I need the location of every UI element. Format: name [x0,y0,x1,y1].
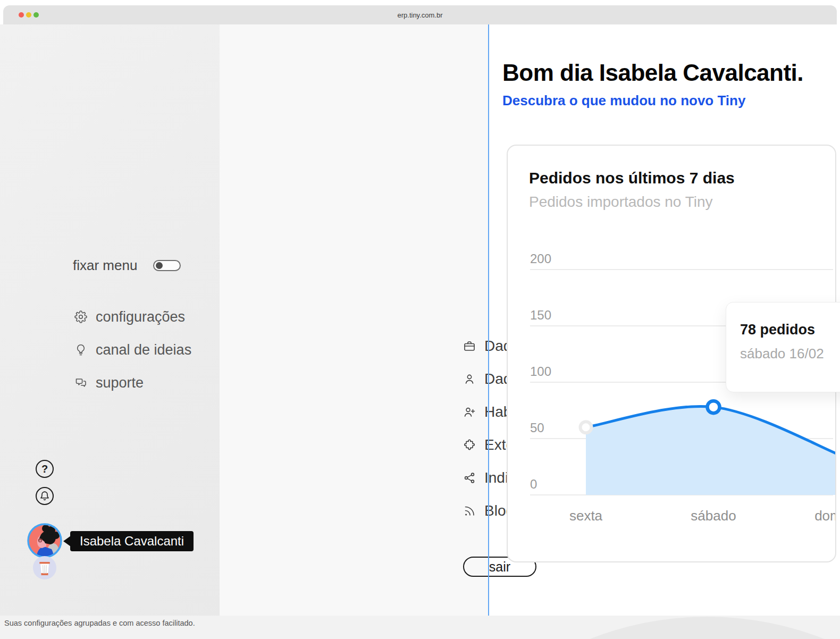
pin-menu-toggle[interactable] [153,260,181,271]
greeting-heading: Bom dia Isabela Cavalcanti. [502,60,803,86]
lightbulb-icon [74,343,87,356]
user-nametag: Isabela Cavalcanti [70,531,194,551]
address-url: erp.tiny.com.br [397,11,442,19]
app-window: erp.tiny.com.br fixar menu configurações… [0,0,840,639]
window-controls [19,5,39,24]
y-tick-label: 0 [530,477,537,491]
chart-title: Pedidos nos últimos 7 dias [529,169,735,187]
gear-icon [74,310,87,323]
toggle-knob [156,262,163,269]
trash-badge-illustration [33,556,56,579]
chat-icon [74,376,87,389]
decorative-circle [388,617,840,639]
x-tick-label: sexta [569,508,603,524]
browser-titlebar: erp.tiny.com.br [3,5,837,24]
close-window-icon[interactable] [19,12,24,18]
chart-tooltip: 78 pedidos sábado 16/02 [726,302,840,392]
discover-link[interactable]: Descubra o que mudou no novo Tiny [502,93,745,109]
sidebar-item-label: configurações [96,309,185,325]
avatar[interactable] [27,523,63,559]
sidebar-item-canal-de-ideias[interactable]: canal de ideias [74,333,191,366]
tooltip-date: sábado 16/02 [740,346,840,362]
user-name: Isabela Cavalcanti [80,534,184,549]
question-mark-icon: ? [41,464,48,474]
y-tick-label: 150 [530,308,551,322]
nametag-arrow [63,536,71,546]
y-tick-label: 200 [530,251,551,266]
share-icon [463,472,476,484]
sidebar-item-label: suporte [96,375,144,391]
tooltip-value: 78 pedidos [740,322,840,338]
footer-text: Suas configurações agrupadas e com acess… [4,619,195,627]
sidebar: fixar menu configurações canal de ideias [0,24,220,616]
footer-strip: Suas configurações agrupadas e com acess… [0,616,840,639]
user-icon [463,373,476,385]
chart-point-sexta[interactable] [581,422,592,433]
chart-point-sábado[interactable] [708,401,720,413]
sidebar-item-suporte[interactable]: suporte [74,366,191,399]
pin-menu-label: fixar menu [73,257,137,274]
sidebar-item-configuracoes[interactable]: configurações [74,300,191,333]
bell-icon [39,491,50,501]
chart-subtitle: Pedidos importados no Tiny [529,194,713,211]
user-plus-icon [463,406,476,418]
rss-icon [463,505,476,517]
minimize-window-icon[interactable] [26,12,31,18]
zoom-window-icon[interactable] [33,12,39,18]
puzzle-icon [463,439,476,451]
sidebar-item-label: canal de ideias [96,342,191,358]
settings-panel: Dados da empresa Dados do usuário Habili… [220,24,488,616]
panel-divider [488,24,489,616]
x-tick-label: sábado [691,508,736,524]
y-tick-label: 50 [530,421,544,435]
sidebar-nav: configurações canal de ideias suporte [74,300,191,399]
y-tick-label: 100 [530,364,551,379]
notifications-button[interactable] [36,487,54,505]
help-button[interactable]: ? [36,460,54,478]
pin-menu-row: fixar menu [73,257,181,274]
briefcase-icon [463,340,476,352]
x-tick-label: domingo [814,508,836,524]
